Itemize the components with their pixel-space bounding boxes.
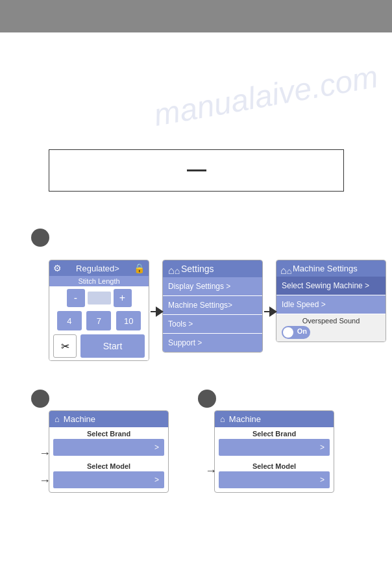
minus-button[interactable]: - xyxy=(67,289,85,307)
model-select-btn-a[interactable]: > xyxy=(53,471,164,488)
model-label-a: Select Model xyxy=(49,460,168,471)
machine-settings-btn[interactable]: Machine Settings> xyxy=(163,296,262,315)
num-btn-4[interactable]: 4 xyxy=(57,311,82,330)
step-bullet-1 xyxy=(31,229,49,247)
arrow-b: → xyxy=(205,464,217,478)
support-btn[interactable]: Support > xyxy=(163,334,262,352)
overspeed-toggle-row: Overspeed Sound On xyxy=(276,314,386,342)
stitch-input-box xyxy=(88,292,111,305)
brand-label-b: Select Brand xyxy=(215,427,334,439)
settings-header: ⌂ Settings xyxy=(163,260,262,277)
num-row: 4 7 10 xyxy=(49,310,149,332)
settings-title: Settings xyxy=(181,264,214,274)
step-bullet-3 xyxy=(198,390,216,408)
home-icon-2: ⌂ xyxy=(280,265,289,273)
toggle-label: Overspeed Sound xyxy=(282,317,380,325)
arrow-2 xyxy=(264,306,277,317)
watermark: manualaive.com xyxy=(151,58,380,133)
panel-regulated: ⚙ Regulated> 🔒 Stitch Length - + 4 7 10 … xyxy=(49,260,149,361)
stitch-row: - + xyxy=(49,286,149,310)
text-box xyxy=(49,149,344,192)
machine-a-title: Machine xyxy=(64,414,95,424)
text-box-dash xyxy=(187,169,206,171)
home-icon-3: ⌂ xyxy=(55,414,60,424)
arrow-brand-a: → xyxy=(39,447,51,460)
num-btn-7[interactable]: 7 xyxy=(86,311,111,330)
home-icon-4: ⌂ xyxy=(220,414,225,424)
panel-machine-b: ⌂ Machine Select Brand > Select Model > xyxy=(214,410,334,493)
arrow-1 xyxy=(151,306,164,317)
step-bullet-2 xyxy=(31,390,49,408)
panel-settings: ⌂ Settings Display Settings > Machine Se… xyxy=(162,260,263,353)
display-settings-btn[interactable]: Display Settings > xyxy=(163,277,262,296)
gear-icon: ⚙ xyxy=(53,263,62,273)
brand-select-btn-a[interactable]: > xyxy=(53,439,164,456)
regulated-title: Regulated> xyxy=(76,264,119,273)
toggle-track[interactable]: On xyxy=(282,326,310,339)
top-bar xyxy=(0,0,392,32)
bottom-row: ✂ Start xyxy=(49,332,149,360)
machine-a-header: ⌂ Machine xyxy=(49,411,168,427)
brand-select-btn-b[interactable]: > xyxy=(219,439,330,456)
regulated-header: ⚙ Regulated> 🔒 xyxy=(49,260,149,276)
arrow-model-a: → xyxy=(39,474,51,488)
model-select-btn-b[interactable]: > xyxy=(219,471,330,488)
scissor-button[interactable]: ✂ xyxy=(53,334,77,358)
plus-button[interactable]: + xyxy=(114,289,132,307)
idle-speed-btn[interactable]: Idle Speed > xyxy=(276,295,386,314)
panel-machine-settings: ⌂ Machine Settings Select Sewing Machine… xyxy=(276,260,386,342)
brand-label-a: Select Brand xyxy=(49,427,168,439)
lock-icon: 🔒 xyxy=(134,263,145,273)
toggle-knob xyxy=(283,327,293,338)
machine-b-header: ⌂ Machine xyxy=(215,411,334,427)
toggle-on-text: On xyxy=(297,327,307,335)
toggle-switch: On xyxy=(282,326,380,339)
model-label-b: Select Model xyxy=(215,460,334,471)
stitch-label: Stitch Length xyxy=(49,276,149,286)
start-button[interactable]: Start xyxy=(80,334,145,358)
home-icon: ⌂ xyxy=(168,265,177,273)
num-btn-10[interactable]: 10 xyxy=(116,311,141,330)
machine-settings-title: Machine Settings xyxy=(293,264,358,273)
machine-settings-header: ⌂ Machine Settings xyxy=(276,260,386,277)
select-sewing-machine-btn[interactable]: Select Sewing Machine > xyxy=(276,277,386,295)
panel-machine-a: ⌂ Machine Select Brand > Select Model > xyxy=(49,410,169,493)
tools-btn[interactable]: Tools > xyxy=(163,315,262,334)
machine-b-title: Machine xyxy=(229,414,261,424)
